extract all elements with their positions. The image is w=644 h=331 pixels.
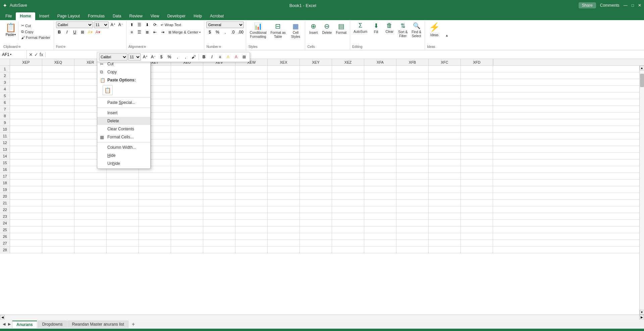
cell-XFB8[interactable] — [396, 113, 429, 119]
cell-XEU28[interactable] — [171, 247, 203, 253]
cell-XFA3[interactable] — [364, 79, 396, 85]
percent-button[interactable]: % — [214, 29, 221, 36]
mt-size-select[interactable]: 11 — [128, 53, 141, 61]
cell-XFA24[interactable] — [364, 220, 396, 226]
cell-XFC16[interactable] — [429, 166, 461, 173]
sheet-tab-anurans[interactable]: Anurans — [12, 321, 37, 328]
cell-XEV4[interactable] — [203, 86, 235, 92]
cell-XEY25[interactable] — [300, 226, 332, 233]
cell-XFC10[interactable] — [429, 126, 461, 132]
cell-XEZ19[interactable] — [332, 186, 364, 193]
cell-XEW19[interactable] — [235, 186, 268, 193]
cell-XEQ17[interactable] — [42, 173, 74, 179]
align-top[interactable]: ⬆ — [128, 21, 135, 28]
ctx-item-delete[interactable]: Delete — [97, 117, 150, 125]
cell-XFB15[interactable] — [396, 159, 429, 166]
cell-XFC26[interactable] — [429, 233, 461, 240]
cell-XEW13[interactable] — [235, 146, 268, 152]
share-button[interactable]: Share — [579, 2, 596, 8]
mt-brush-btn[interactable]: 🖌 — [190, 53, 197, 61]
cell-XFA14[interactable] — [364, 153, 396, 159]
ctx-item-copy[interactable]: ⧉Copy — [97, 68, 150, 76]
cell-XEZ1[interactable] — [332, 66, 364, 72]
cell-XEY2[interactable] — [300, 72, 332, 79]
cell-XET28[interactable] — [139, 247, 171, 253]
cell-XFA19[interactable] — [364, 186, 396, 193]
mt-align-btn[interactable]: ≡ — [216, 53, 224, 61]
cell-XEP24[interactable] — [10, 220, 42, 226]
ribbon-tab-insert[interactable]: Insert — [35, 12, 53, 20]
cell-XEP1[interactable] — [10, 66, 42, 72]
cell-XFA8[interactable] — [364, 113, 396, 119]
underline-button[interactable]: U — [71, 29, 78, 36]
cell-XEU1[interactable] — [171, 66, 203, 72]
cell-XEX2[interactable] — [268, 72, 300, 79]
cell-XFA2[interactable] — [364, 72, 396, 79]
cell-XEV26[interactable] — [203, 233, 235, 240]
cell-XEV23[interactable] — [203, 213, 235, 219]
cell-XEY8[interactable] — [300, 113, 332, 119]
cell-XFC19[interactable] — [429, 186, 461, 193]
cell-XFC11[interactable] — [429, 133, 461, 139]
comments-button[interactable]: Comments — [600, 3, 620, 8]
cell-XEQ8[interactable] — [42, 113, 74, 119]
cell-XFC12[interactable] — [429, 139, 461, 146]
col-header-XFB[interactable]: XFB — [396, 59, 429, 65]
cell-XEZ20[interactable] — [332, 193, 364, 199]
cell-XEW4[interactable] — [235, 86, 268, 92]
cell-XER19[interactable] — [74, 186, 107, 193]
cell-XET17[interactable] — [139, 173, 171, 179]
cell-XEW24[interactable] — [235, 220, 268, 226]
cell-XFD7[interactable] — [461, 106, 493, 112]
conditional-formatting-button[interactable]: 📊 ConditionalFormatting — [248, 21, 268, 40]
cell-XEV15[interactable] — [203, 159, 235, 166]
align-middle[interactable]: ☰ — [136, 21, 143, 28]
paste-button[interactable]: 📋 Paste ▾ — [3, 21, 18, 40]
cell-XFA4[interactable] — [364, 86, 396, 92]
cell-XEZ18[interactable] — [332, 180, 364, 186]
cell-XES17[interactable] — [107, 173, 139, 179]
cell-XEV24[interactable] — [203, 220, 235, 226]
cell-XER22[interactable] — [74, 206, 107, 213]
cell-XEU27[interactable] — [171, 240, 203, 246]
align-bottom[interactable]: ⬇ — [144, 21, 151, 28]
cell-XFC27[interactable] — [429, 240, 461, 246]
ctx-item-paste_special[interactable]: Paste Special... — [97, 98, 150, 107]
cell-XEP23[interactable] — [10, 213, 42, 219]
cell-XEX11[interactable] — [268, 133, 300, 139]
cell-XET27[interactable] — [139, 240, 171, 246]
cell-XEQ1[interactable] — [42, 66, 74, 72]
cell-XEZ28[interactable] — [332, 247, 364, 253]
cell-XEP25[interactable] — [10, 226, 42, 233]
cell-XEU18[interactable] — [171, 180, 203, 186]
cell-XEQ16[interactable] — [42, 166, 74, 173]
cell-XEX16[interactable] — [268, 166, 300, 173]
align-right[interactable]: ≣ — [144, 29, 151, 36]
cell-XFB13[interactable] — [396, 146, 429, 152]
cell-XFB10[interactable] — [396, 126, 429, 132]
cell-XEW11[interactable] — [235, 133, 268, 139]
cell-XEY21[interactable] — [300, 200, 332, 206]
cell-XEX9[interactable] — [268, 119, 300, 126]
maximize-button[interactable]: □ — [632, 3, 634, 8]
formula-confirm[interactable]: ✓ — [34, 52, 38, 57]
cell-XFD23[interactable] — [461, 213, 493, 219]
cell-XFD24[interactable] — [461, 220, 493, 226]
autosum-button[interactable]: Σ AutoSum — [352, 21, 369, 34]
cell-XEX17[interactable] — [268, 173, 300, 179]
cell-XEV14[interactable] — [203, 153, 235, 159]
cell-XFB25[interactable] — [396, 226, 429, 233]
cell-XEQ24[interactable] — [42, 220, 74, 226]
cell-XEU3[interactable] — [171, 79, 203, 85]
cell-XEQ13[interactable] — [42, 146, 74, 152]
cell-XET26[interactable] — [139, 233, 171, 240]
sort-filter-button[interactable]: ⇅ Sort &Filter — [397, 21, 409, 39]
cell-XFD4[interactable] — [461, 86, 493, 92]
cell-XEU23[interactable] — [171, 213, 203, 219]
cell-XEY27[interactable] — [300, 240, 332, 246]
cell-XEP14[interactable] — [10, 153, 42, 159]
cell-XEW20[interactable] — [235, 193, 268, 199]
ctx-item-hide[interactable]: Hide — [97, 151, 150, 159]
decimal-decrease[interactable]: .0 — [229, 29, 236, 36]
cell-XET21[interactable] — [139, 200, 171, 206]
